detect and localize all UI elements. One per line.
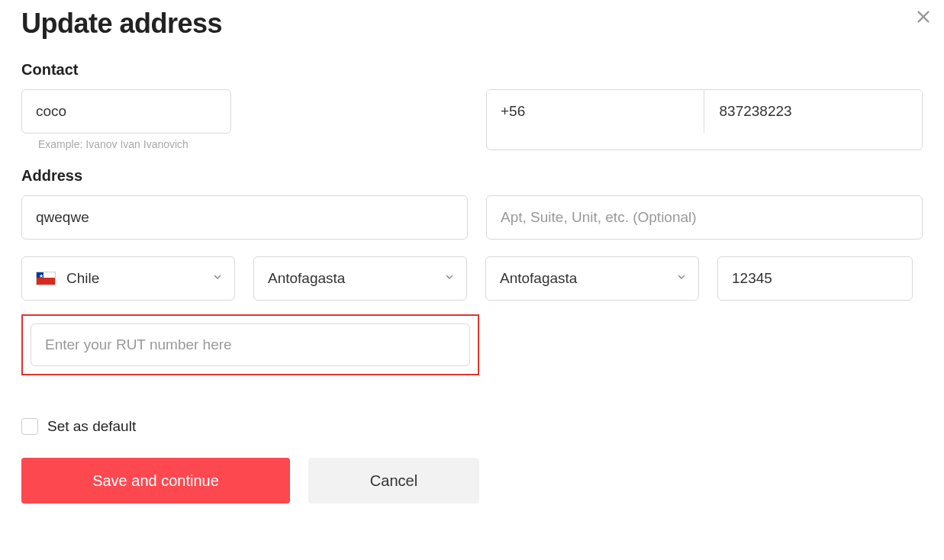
postal-code-input[interactable] (717, 256, 913, 301)
country-value: Chile (66, 270, 99, 287)
chevron-down-icon (443, 270, 456, 287)
city-select[interactable]: Antofagasta (485, 256, 699, 301)
chile-flag-icon: ★ (36, 272, 56, 285)
set-default-checkbox[interactable] (21, 418, 38, 435)
page-title: Update address (21, 8, 923, 40)
apt-input[interactable] (486, 195, 923, 240)
city-value: Antofagasta (500, 270, 577, 287)
phone-number-input[interactable] (704, 90, 923, 133)
address-section-label: Address (21, 167, 923, 185)
chevron-down-icon (211, 270, 224, 287)
close-icon (915, 8, 932, 25)
contact-section-label: Contact (21, 61, 923, 79)
phone-code-input[interactable] (487, 90, 704, 133)
save-button[interactable]: Save and continue (21, 458, 290, 504)
update-address-modal: Update address Contact Example: Ivanov I… (0, 0, 944, 526)
phone-group (486, 89, 923, 150)
close-button[interactable] (915, 8, 932, 29)
contact-name-helper: Example: Ivanov Ivan Ivanovich (38, 138, 468, 150)
region-value: Antofagasta (268, 270, 345, 287)
rut-input[interactable] (31, 323, 470, 366)
street-input[interactable] (21, 195, 468, 240)
country-select[interactable]: ★ Chile (21, 256, 235, 301)
region-select[interactable]: Antofagasta (253, 256, 467, 301)
set-default-label: Set as default (47, 418, 136, 435)
contact-name-input[interactable] (21, 89, 231, 134)
rut-highlight (21, 314, 479, 375)
chevron-down-icon (675, 270, 688, 287)
cancel-button[interactable]: Cancel (308, 458, 479, 504)
